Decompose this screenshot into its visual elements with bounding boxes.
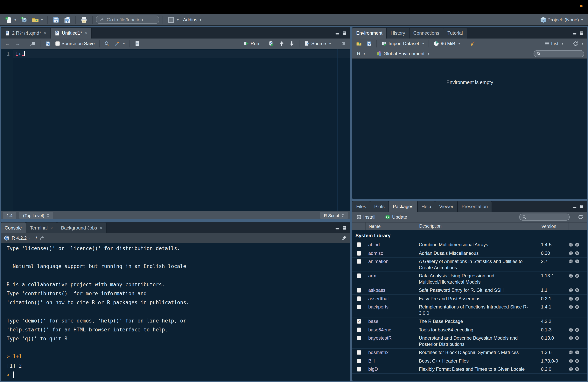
close-icon[interactable] [100, 226, 102, 230]
pane-layout-button[interactable] [167, 15, 180, 24]
package-name-link[interactable]: animation [368, 259, 388, 264]
code-editor[interactable]: 1 1+1 [1, 49, 350, 211]
environment-selector[interactable]: Global Environment [375, 51, 431, 57]
open-directory-icon[interactable] [39, 235, 45, 241]
tab-environment[interactable]: Environment [352, 28, 387, 39]
tab-plots[interactable]: Plots [370, 201, 389, 212]
environment-search[interactable] [534, 50, 584, 57]
rerun-button[interactable] [267, 41, 276, 47]
package-name-link[interactable]: bigD [368, 366, 378, 372]
package-website-icon[interactable] [568, 327, 573, 332]
package-website-icon[interactable] [568, 350, 573, 355]
package-remove-icon[interactable] [575, 336, 579, 340]
package-website-icon[interactable] [568, 274, 573, 278]
package-remove-icon[interactable] [575, 305, 579, 309]
package-name-link[interactable]: BH [368, 358, 375, 363]
package-website-icon[interactable] [568, 259, 573, 264]
memory-usage-button[interactable]: 96 MiB [432, 41, 462, 47]
import-dataset-button[interactable]: Import Dataset [380, 41, 425, 47]
package-checkbox[interactable] [352, 350, 365, 355]
package-remove-icon[interactable] [575, 259, 579, 264]
addins-menu[interactable]: Addins [182, 16, 202, 23]
back-button[interactable]: ← [3, 40, 12, 47]
open-file-button[interactable] [31, 15, 44, 24]
load-workspace-button[interactable] [355, 41, 363, 47]
environment-search-input[interactable] [543, 51, 581, 56]
maximize-button[interactable] [579, 31, 584, 35]
package-checkbox[interactable] [352, 358, 365, 363]
file-type-selector[interactable]: R Script [320, 212, 348, 219]
save-source-button[interactable] [43, 41, 52, 47]
package-website-icon[interactable] [568, 336, 573, 340]
install-button[interactable]: Install [355, 214, 377, 220]
package-remove-icon[interactable] [575, 251, 579, 255]
tab-connections[interactable]: Connections [409, 28, 443, 39]
document-outline-button[interactable] [339, 41, 348, 47]
package-name-link[interactable]: abind [368, 242, 380, 247]
print-button[interactable] [79, 15, 89, 24]
run-previous-button[interactable] [277, 41, 286, 47]
tab-packages[interactable]: Packages [389, 201, 418, 212]
run-button[interactable]: Run [242, 41, 261, 47]
package-remove-icon[interactable] [575, 274, 579, 278]
refresh-environment-button[interactable] [571, 41, 585, 47]
version-column-header[interactable]: Version [538, 223, 568, 230]
package-checkbox[interactable] [352, 250, 365, 255]
package-checkbox[interactable] [352, 318, 365, 324]
package-name-link[interactable]: base64enc [368, 327, 391, 332]
package-checkbox[interactable] [352, 273, 365, 278]
close-icon[interactable] [85, 31, 87, 35]
package-name-link[interactable]: bayestestR [368, 335, 392, 341]
package-checkbox[interactable] [352, 335, 365, 340]
package-checkbox[interactable] [352, 296, 365, 301]
package-website-icon[interactable] [568, 359, 573, 363]
package-website-icon[interactable] [568, 242, 573, 247]
tab-terminal[interactable]: Terminal [26, 223, 57, 233]
close-icon[interactable] [44, 31, 46, 35]
minimize-button[interactable] [572, 31, 577, 35]
update-button[interactable]: Update [384, 214, 409, 220]
minimize-button[interactable] [335, 31, 339, 35]
name-column-header[interactable]: Name [365, 223, 416, 230]
language-selector[interactable]: R [356, 51, 367, 57]
tab-untitled1[interactable]: R Untitled1* [51, 28, 92, 39]
maximize-button[interactable] [342, 31, 346, 35]
package-website-icon[interactable] [568, 251, 573, 255]
console-output[interactable]: Type 'license()' or 'licence()' for dist… [1, 243, 350, 381]
package-name-link[interactable]: bdsmatrix [368, 350, 388, 355]
package-remove-icon[interactable] [575, 359, 579, 363]
scope-selector[interactable]: (Top Level) [19, 212, 53, 219]
editor-code-area[interactable]: 1+1 [13, 49, 350, 211]
package-name-link[interactable]: arm [368, 273, 376, 278]
code-tools-button[interactable] [113, 41, 126, 47]
clear-console-icon[interactable] [341, 235, 347, 241]
list-view-selector[interactable]: List [543, 41, 565, 47]
forward-button[interactable]: → [13, 40, 22, 47]
package-remove-icon[interactable] [575, 367, 579, 371]
package-name-link[interactable]: admisc [368, 250, 383, 256]
package-website-icon[interactable] [568, 296, 573, 301]
package-name-link[interactable]: assertthat [368, 296, 389, 301]
run-next-button[interactable] [288, 41, 296, 47]
goto-file-search[interactable] [96, 16, 159, 24]
package-remove-icon[interactable] [575, 350, 579, 355]
compile-report-button[interactable] [133, 41, 142, 47]
cursor-position[interactable]: 1:4 [3, 212, 17, 219]
tab-console[interactable]: Console [1, 223, 26, 233]
find-replace-button[interactable] [103, 41, 111, 47]
minimize-button[interactable] [572, 204, 577, 208]
save-workspace-button[interactable] [365, 41, 373, 47]
package-checkbox[interactable] [352, 366, 365, 371]
tab-viewer[interactable]: Viewer [435, 201, 458, 212]
project-selector[interactable]: R Project: (None) [539, 15, 584, 24]
tab-tutorial[interactable]: Tutorial [443, 28, 467, 39]
package-remove-icon[interactable] [575, 327, 579, 332]
source-button[interactable]: Source [303, 41, 333, 47]
description-column-header[interactable]: Description [416, 223, 538, 230]
maximize-button[interactable] [342, 226, 346, 230]
package-website-icon[interactable] [568, 367, 573, 371]
tab-history[interactable]: History [387, 28, 410, 39]
source-on-save-checkbox[interactable]: Source on Save [54, 41, 96, 47]
package-name-link[interactable]: askpass [368, 287, 385, 293]
package-name-link[interactable]: base [368, 318, 378, 324]
